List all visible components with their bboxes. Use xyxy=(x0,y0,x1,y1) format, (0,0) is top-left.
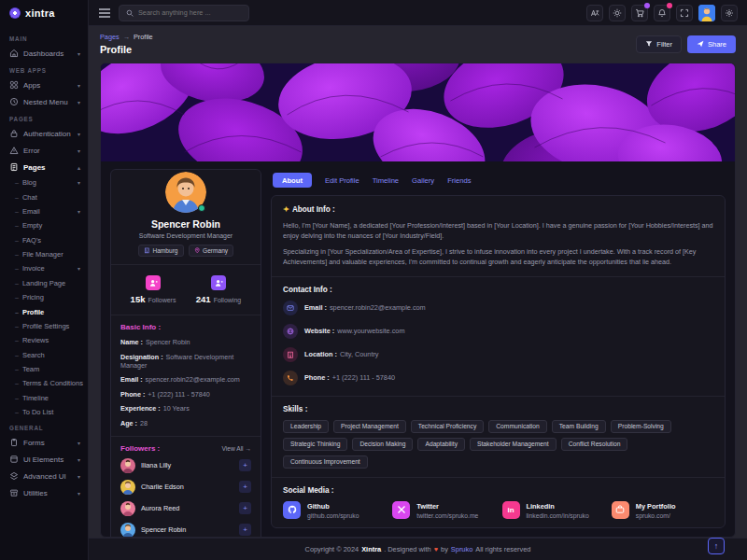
skill-chip[interactable]: Communication xyxy=(488,420,546,433)
sidebar-item-profile-settings[interactable]: –Profile Settings xyxy=(0,319,88,333)
sidebar-item-label: Advanced UI xyxy=(23,472,73,481)
profile-card-body: Spencer Robin Software Development Manag… xyxy=(101,161,735,538)
skill-chip[interactable]: Team Building xyxy=(552,420,606,433)
dash-icon: – xyxy=(15,280,19,287)
info-row-experience: Experience :10 Years xyxy=(120,404,251,413)
sidebar-item-pricing[interactable]: –Pricing xyxy=(0,290,88,304)
skill-chip[interactable]: Continuous Improvement xyxy=(283,455,368,469)
sidebar-item-todo[interactable]: –To Do List xyxy=(0,405,88,419)
sidebar-item-forms[interactable]: Forms ▾ xyxy=(0,434,88,451)
sidebar-item-advanced-ui[interactable]: Advanced UI ▾ xyxy=(0,468,88,484)
chevron-down-icon: ▾ xyxy=(78,131,80,137)
about-tab-card: ✦About Info : Hello, I'm [Your Name], a … xyxy=(271,195,726,528)
followers-section: Followers : View All → Iliana Lilly + Ch… xyxy=(111,437,261,538)
add-follower-button[interactable]: + xyxy=(239,502,251,514)
add-follower-button[interactable]: + xyxy=(239,459,251,471)
tab-edit-profile[interactable]: Edit Profile xyxy=(325,173,359,188)
social-github[interactable]: Githubgithub.com/spruko xyxy=(283,501,385,519)
info-label: Experience : xyxy=(120,404,161,413)
location-pin-icon xyxy=(194,247,201,254)
brand-logo[interactable]: xintra xyxy=(0,0,88,26)
followers-stat: 15kFollowers xyxy=(120,273,186,307)
view-all-link[interactable]: View All → xyxy=(222,445,251,452)
sidebar-item-authentication[interactable]: Authentication ▾ xyxy=(0,125,88,142)
tab-gallery[interactable]: Gallery xyxy=(412,173,434,188)
sidebar-item-team[interactable]: –Team xyxy=(0,362,88,376)
skill-chip[interactable]: Strategic Thinking xyxy=(283,438,347,451)
sidebar-item-timeline[interactable]: –Timeline xyxy=(0,391,88,405)
sidebar-item-terms[interactable]: –Terms & Conditions xyxy=(0,376,88,390)
sidebar-item-invoice[interactable]: –Invoice▾ xyxy=(0,261,88,275)
add-follower-button[interactable]: + xyxy=(239,481,251,493)
skill-chip[interactable]: Conflict Resolution xyxy=(561,438,628,451)
sidebar-item-email[interactable]: –Email▾ xyxy=(0,204,88,218)
skill-chip[interactable]: Problem-Solving xyxy=(611,420,671,433)
sidebar-item-faqs[interactable]: –FAQ's xyxy=(0,233,88,247)
notifications-button[interactable] xyxy=(654,5,670,21)
info-value: 10 Years xyxy=(163,404,190,413)
sidebar-item-reviews[interactable]: –Reviews xyxy=(0,333,88,347)
contact-label: Location : xyxy=(304,350,337,358)
skill-chip[interactable]: Stakeholder Management xyxy=(470,438,557,451)
sidebar-item-error[interactable]: Error ▾ xyxy=(0,142,88,159)
language-button[interactable] xyxy=(586,5,603,21)
social-portfolio[interactable]: My Portfoliospruko.com/ xyxy=(612,501,713,519)
sidebar-item-nested-menu[interactable]: Nested Menu ▾ xyxy=(0,93,88,110)
tab-about[interactable]: About xyxy=(273,173,312,188)
sidebar-item-apps[interactable]: Apps ▾ xyxy=(0,77,88,93)
skill-chip[interactable]: Leadership xyxy=(283,420,329,433)
social-name: My Portfolio xyxy=(636,502,676,511)
info-label: Email : xyxy=(120,375,143,384)
skill-chip[interactable]: Adaptability xyxy=(417,438,465,451)
following-icon xyxy=(211,275,226,290)
gear-icon xyxy=(725,8,734,18)
sidebar-item-profile[interactable]: –Profile xyxy=(0,304,88,318)
chevron-down-icon: ▾ xyxy=(78,473,80,480)
sidebar-item-landing-page[interactable]: –Landing Page xyxy=(0,276,88,290)
share-button[interactable]: Share xyxy=(687,35,736,53)
sidebar-item-dashboards[interactable]: Dashboards ▾ xyxy=(0,45,88,62)
breadcrumb-pages-link[interactable]: Pages xyxy=(100,33,120,41)
social-linkedin[interactable]: in Linkedinlinkedin.com/in/spruko xyxy=(502,501,604,519)
followers-heading: Followers : xyxy=(120,444,160,453)
filter-button[interactable]: Filter xyxy=(636,35,682,53)
sidebar-item-ui-elements[interactable]: Ui Elements ▾ xyxy=(0,451,88,468)
tab-friends[interactable]: Friends xyxy=(447,173,471,188)
sidebar-item-file-manager[interactable]: –File Manager xyxy=(0,247,88,261)
sidebar-item-search[interactable]: –Search xyxy=(0,348,88,362)
contact-info-heading: Contact Info : xyxy=(283,286,713,294)
search-input[interactable] xyxy=(138,8,242,17)
tab-timeline[interactable]: Timeline xyxy=(373,173,399,188)
skill-chip[interactable]: Technical Proficiency xyxy=(411,420,484,433)
clipboard-icon xyxy=(9,438,19,447)
add-follower-button[interactable]: + xyxy=(239,524,251,536)
profile-badges: Hamburg Germany xyxy=(120,245,251,257)
sidebar-item-empty[interactable]: –Empty xyxy=(0,218,88,232)
cart-button[interactable] xyxy=(631,5,648,21)
about-info-heading: ✦About Info : xyxy=(283,204,713,214)
sidebar-item-label: Pricing xyxy=(22,293,80,301)
user-avatar[interactable] xyxy=(698,5,715,21)
scroll-to-top-button[interactable]: ↑ xyxy=(708,538,725,554)
theme-toggle-button[interactable] xyxy=(609,5,626,21)
profile-role: Software Development Manager xyxy=(120,232,251,239)
skill-chip[interactable]: Project Management xyxy=(333,420,406,433)
sidebar-item-pages[interactable]: Pages ▴ xyxy=(0,159,88,175)
sidebar-item-chat[interactable]: –Chat xyxy=(0,189,88,203)
footer-spruko-link[interactable]: Spruko xyxy=(451,545,472,553)
sidebar-item-label: Search xyxy=(22,351,80,359)
settings-button[interactable] xyxy=(721,5,738,21)
fullscreen-button[interactable] xyxy=(676,5,693,21)
dash-icon: – xyxy=(15,251,19,258)
social-links: Githubgithub.com/spruko Twittertwitter.c… xyxy=(283,501,713,519)
dash-icon: – xyxy=(15,380,19,386)
cart-badge xyxy=(644,3,650,8)
social-twitter[interactable]: Twittertwitter.com/spruko.me xyxy=(392,501,494,519)
skill-chip[interactable]: Decision Making xyxy=(352,438,413,451)
info-row-age: Age :28 xyxy=(120,419,251,427)
sidebar-item-blog[interactable]: –Blog▾ xyxy=(0,175,88,189)
sidebar-item-utilities[interactable]: Utilities ▾ xyxy=(0,484,88,501)
hamburger-menu-icon[interactable] xyxy=(98,7,111,19)
social-url: linkedin.com/in/spruko xyxy=(527,512,589,519)
clock-icon xyxy=(9,97,19,106)
